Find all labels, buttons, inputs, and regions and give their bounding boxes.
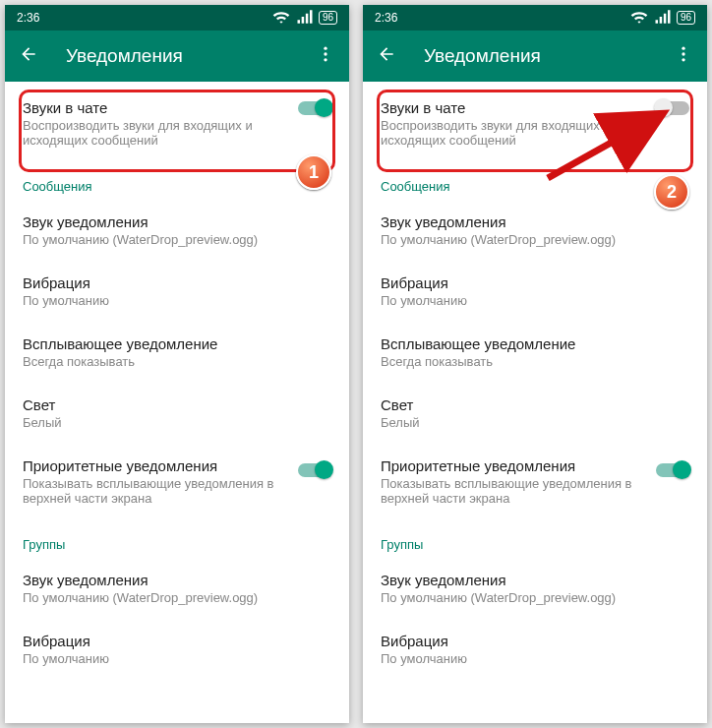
statusbar: 2:36 96: [5, 5, 349, 30]
chat-sounds-sub: Воспроизводить звуки для входящих и исхо…: [23, 118, 331, 148]
chat-sounds-sub: Воспроизводить звуки для входящих и исхо…: [381, 118, 689, 148]
wifi-icon: [629, 7, 649, 30]
phone-left: 2:36 96 Уведомления Звуки в чате Воспрои…: [5, 5, 349, 723]
svg-point-3: [682, 47, 684, 50]
priority-row[interactable]: Приоритетные уведомления Показывать вспл…: [5, 444, 349, 519]
svg-point-0: [324, 47, 326, 50]
group-sound-row[interactable]: Звук уведомления По умолчанию (WaterDrop…: [5, 558, 349, 619]
callout-2: 2: [654, 174, 689, 210]
phone-right: 2:36 96 Уведомления Звуки в чате Воспрои…: [363, 5, 707, 723]
wifi-icon: [271, 7, 291, 30]
back-icon[interactable]: [377, 44, 396, 68]
content: Звуки в чате Воспроизводить звуки для вх…: [363, 82, 707, 723]
section-groups: Группы: [5, 519, 349, 558]
status-time: 2:36: [17, 11, 39, 25]
popup-row[interactable]: Всплывающее уведомление Всегда показыват…: [5, 322, 349, 383]
appbar: Уведомления: [363, 30, 707, 82]
priority-row[interactable]: Приоритетные уведомления Показывать вспл…: [363, 444, 707, 519]
vibration-row[interactable]: Вибрация По умолчанию: [5, 261, 349, 322]
page-title: Уведомления: [66, 45, 316, 67]
menu-icon[interactable]: [316, 44, 335, 68]
chat-sounds-row[interactable]: Звуки в чате Воспроизводить звуки для вх…: [5, 82, 349, 161]
priority-toggle[interactable]: [298, 463, 331, 477]
svg-point-2: [324, 58, 326, 61]
battery-icon: 96: [677, 11, 695, 25]
svg-point-4: [682, 52, 684, 55]
menu-icon[interactable]: [674, 44, 693, 68]
signal-icon: [295, 7, 315, 30]
status-right: 96: [629, 7, 695, 30]
signal-icon: [653, 7, 673, 30]
priority-toggle[interactable]: [656, 463, 689, 477]
notif-sound-row[interactable]: Звук уведомления По умолчанию (WaterDrop…: [363, 200, 707, 261]
group-vibration-row[interactable]: Вибрация По умолчанию: [363, 619, 707, 680]
group-sound-row[interactable]: Звук уведомления По умолчанию (WaterDrop…: [363, 558, 707, 619]
chat-sounds-label: Звуки в чате: [23, 99, 331, 116]
light-row[interactable]: Свет Белый: [5, 383, 349, 444]
appbar: Уведомления: [5, 30, 349, 82]
svg-point-5: [682, 58, 684, 61]
statusbar: 2:36 96: [363, 5, 707, 30]
popup-row[interactable]: Всплывающее уведомление Всегда показыват…: [363, 322, 707, 383]
battery-icon: 96: [319, 11, 337, 25]
chat-sounds-label: Звуки в чате: [381, 99, 689, 116]
back-icon[interactable]: [19, 44, 38, 68]
light-row[interactable]: Свет Белый: [363, 383, 707, 444]
notif-sound-row[interactable]: Звук уведомления По умолчанию (WaterDrop…: [5, 200, 349, 261]
callout-1: 1: [296, 154, 331, 190]
group-vibration-row[interactable]: Вибрация По умолчанию: [5, 619, 349, 680]
section-groups: Группы: [363, 519, 707, 558]
chat-sounds-toggle-on[interactable]: [298, 101, 331, 115]
status-time: 2:36: [375, 11, 397, 25]
svg-point-1: [324, 52, 326, 55]
status-right: 96: [271, 7, 337, 30]
chat-sounds-toggle-off[interactable]: [656, 101, 689, 115]
chat-sounds-row[interactable]: Звуки в чате Воспроизводить звуки для вх…: [363, 82, 707, 161]
vibration-row[interactable]: Вибрация По умолчанию: [363, 261, 707, 322]
page-title: Уведомления: [424, 45, 674, 67]
